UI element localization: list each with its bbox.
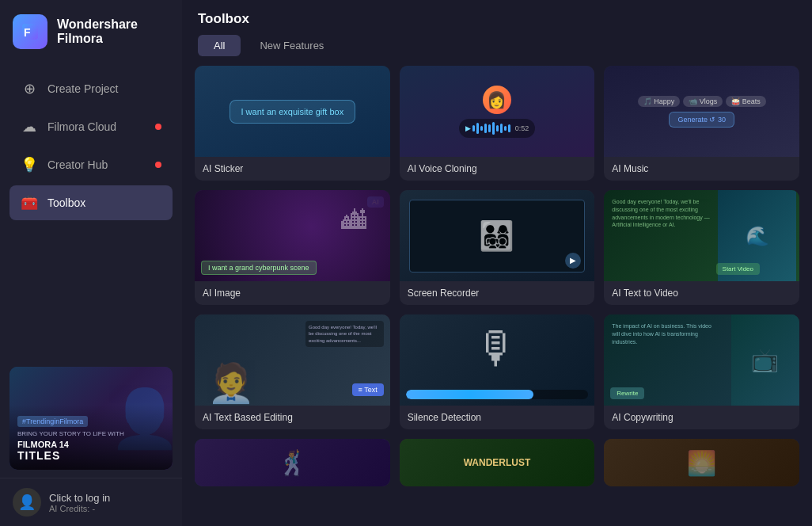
copy-graphic: 📺 bbox=[731, 314, 799, 406]
sidebar-item-toolbox[interactable]: 🧰 Toolbox bbox=[9, 185, 173, 220]
card-silence-label: Silence Detection bbox=[400, 406, 595, 429]
cards-grid: I want an exquisite gift box AI Sticker … bbox=[195, 66, 799, 486]
sidebar-item-creator-hub[interactable]: 💡 Creator Hub bbox=[9, 147, 173, 182]
card-ai-text-to-video[interactable]: AI 🌊 Good day everyone! Today, we'll be … bbox=[604, 190, 799, 305]
card-screen-rec-label: Screen Recorder bbox=[400, 281, 595, 305]
wave-bar-1 bbox=[472, 125, 475, 132]
card-ai-text-video-thumb: AI 🌊 Good day everyone! Today, we'll be … bbox=[604, 190, 799, 281]
city-graphic: 🏙 bbox=[341, 206, 366, 235]
card-ai-image-label: AI Image bbox=[195, 281, 390, 305]
card-copywrite-thumb: AI 📺 The impact of AI on business. This … bbox=[604, 314, 799, 406]
card-silence-thumb: AI 🎙 bbox=[400, 314, 595, 406]
play-icon: ▶ bbox=[465, 124, 471, 132]
mic-person-icon: 🎙 bbox=[475, 322, 519, 374]
card-ai-music-thumb: 🎵 Happy 📹 Vlogs 🥁 Beats Generate ↺ 30 bbox=[604, 66, 799, 157]
music-tag-vlogs: 📹 Vlogs bbox=[683, 96, 723, 107]
voice-avatar-icon: 👩 bbox=[483, 86, 511, 114]
music-tag-beats: 🥁 Beats bbox=[726, 96, 766, 107]
card-ai-music[interactable]: 🎵 Happy 📹 Vlogs 🥁 Beats Generate ↺ 30 AI… bbox=[604, 66, 799, 181]
creator-hub-badge bbox=[155, 162, 161, 168]
promo-line1: BRING YOUR STORY TO LIFE WITH bbox=[17, 430, 165, 438]
tab-bar: All New Features bbox=[182, 35, 812, 66]
wave-bar-7 bbox=[496, 125, 499, 132]
text-video-content: Good day everyone! Today, we'll be discu… bbox=[607, 193, 715, 234]
creator-hub-label: Creator Hub bbox=[47, 158, 108, 171]
music-tag-happy: 🎵 Happy bbox=[638, 96, 681, 107]
partial3-graphic: 🌅 bbox=[687, 449, 716, 477]
card-partial2-thumb: AI WANDERLUST bbox=[400, 439, 595, 486]
music-tags: 🎵 Happy 📹 Vlogs 🥁 Beats bbox=[638, 96, 766, 107]
card-text-edit-thumb: AI 🧑‍💼 Good day everyone! Today, we'll b… bbox=[195, 314, 390, 406]
tab-all[interactable]: All bbox=[198, 35, 241, 56]
card-ai-sticker[interactable]: I want an exquisite gift box AI Sticker bbox=[195, 66, 390, 181]
page-title: Toolbox bbox=[198, 11, 249, 27]
card-partial3-thumb: AI 🌅 bbox=[604, 439, 799, 486]
card-silence-detection[interactable]: AI 🎙 Silence Detection bbox=[400, 314, 595, 429]
sidebar-promo-thumbnail[interactable]: 👤 #TrendinginFilmora BRING YOUR STORY TO… bbox=[9, 367, 173, 470]
create-project-label: Create Project bbox=[47, 82, 118, 95]
copy-start-btn[interactable]: Rewrite bbox=[610, 387, 644, 399]
card-text-edit-label: AI Text Based Editing bbox=[195, 406, 390, 429]
card-ai-text-based-editing[interactable]: AI 🧑‍💼 Good day everyone! Today, we'll b… bbox=[195, 314, 390, 429]
sidebar-nav: ⊕ Create Project ☁ Filmora Cloud 💡 Creat… bbox=[0, 63, 182, 359]
card-ai-music-label: AI Music bbox=[604, 157, 799, 181]
text-edit-sample: Good day everyone! Today, we'll be discu… bbox=[305, 321, 384, 347]
lightbulb-icon: 💡 bbox=[21, 156, 38, 173]
filmora-cloud-badge bbox=[155, 124, 161, 130]
play-indicator: ▶ bbox=[565, 253, 581, 269]
card-ai-sticker-thumb: I want an exquisite gift box bbox=[195, 66, 390, 157]
sticker-prompt: I want an exquisite gift box bbox=[230, 100, 356, 124]
logo-area: F Wondershare Filmora bbox=[0, 0, 182, 63]
family-photo-icon: 👨‍👩‍👧‍👦 bbox=[479, 219, 514, 253]
partial1-graphic: 🕺 bbox=[278, 449, 307, 477]
generate-music-btn[interactable]: Generate ↺ 30 bbox=[669, 112, 734, 128]
card-partial-3[interactable]: AI 🌅 bbox=[604, 439, 799, 486]
promo-line3: TITLES bbox=[17, 449, 165, 462]
silence-waveform bbox=[406, 390, 589, 399]
card-ai-sticker-label: AI Sticker bbox=[195, 157, 390, 181]
app-logo: F bbox=[13, 14, 47, 49]
wave-bar-10 bbox=[508, 124, 510, 132]
promo-line2: FILMORA 14 bbox=[17, 440, 165, 449]
card-ai-text-video-label: AI Text to Video bbox=[604, 281, 799, 305]
toolbox-icon: 🧰 bbox=[21, 194, 38, 212]
card-ai-image-thumb: AI 🏙 I want a grand cyberpunk scene bbox=[195, 190, 390, 281]
card-partial-2[interactable]: AI WANDERLUST bbox=[400, 439, 595, 486]
card-ai-copywriting[interactable]: AI 📺 The impact of AI on business. This … bbox=[604, 314, 799, 429]
card-ai-voice-label: AI Voice Cloning bbox=[400, 157, 595, 181]
text-btn[interactable]: ≡ Text bbox=[352, 383, 384, 396]
cards-grid-container: I want an exquisite gift box AI Sticker … bbox=[182, 66, 812, 526]
promo-tag: #TrendinginFilmora bbox=[17, 416, 88, 427]
copy-text-content: The impact of AI on business. This video… bbox=[607, 318, 720, 350]
sidebar: F Wondershare Filmora ⊕ Create Project ☁… bbox=[0, 0, 182, 526]
svg-text:F: F bbox=[24, 26, 31, 39]
toolbox-label: Toolbox bbox=[47, 196, 85, 209]
wave-bar-5 bbox=[488, 124, 491, 132]
footer-user-info: Click to log in AI Credits: - bbox=[49, 492, 110, 513]
card-screen-rec-thumb: 👨‍👩‍👧‍👦 ▶ bbox=[400, 190, 595, 281]
voice-wave-display: ▶ 0:52 bbox=[459, 119, 536, 138]
wave-bar-8 bbox=[500, 124, 503, 133]
wave-bar-6 bbox=[492, 122, 495, 135]
card-screen-recorder[interactable]: 👨‍👩‍👧‍👦 ▶ Screen Recorder bbox=[400, 190, 595, 305]
plus-circle-icon: ⊕ bbox=[21, 80, 38, 97]
text-to-video-button[interactable]: Start Video bbox=[716, 263, 760, 275]
sidebar-item-create-project[interactable]: ⊕ Create Project bbox=[9, 71, 173, 106]
credits-label: AI Credits: - bbox=[49, 504, 110, 513]
person-icon: 🧑‍💼 bbox=[207, 361, 255, 406]
wave-time: 0:52 bbox=[515, 124, 529, 132]
card-partial1-thumb: AI 🕺 bbox=[195, 439, 390, 486]
screen-rec-inner: 👨‍👩‍👧‍👦 ▶ bbox=[409, 200, 585, 273]
user-login-area[interactable]: 👤 Click to log in AI Credits: - bbox=[0, 478, 182, 526]
card-ai-image[interactable]: AI 🏙 I want a grand cyberpunk scene AI I… bbox=[195, 190, 390, 305]
tab-new-features[interactable]: New Features bbox=[244, 35, 340, 56]
main-topbar: Toolbox bbox=[182, 0, 812, 35]
sidebar-item-filmora-cloud[interactable]: ☁ Filmora Cloud bbox=[9, 109, 173, 144]
card-partial-1[interactable]: AI 🕺 bbox=[195, 439, 390, 486]
card-ai-voice-cloning[interactable]: 👩 ▶ 0:52 bbox=[400, 66, 595, 181]
filmora-cloud-label: Filmora Cloud bbox=[47, 120, 116, 133]
login-label: Click to log in bbox=[49, 492, 110, 504]
wave-bar-2 bbox=[476, 123, 479, 134]
wave-bar-9 bbox=[504, 126, 507, 131]
app-name: Wondershare Filmora bbox=[57, 17, 138, 46]
